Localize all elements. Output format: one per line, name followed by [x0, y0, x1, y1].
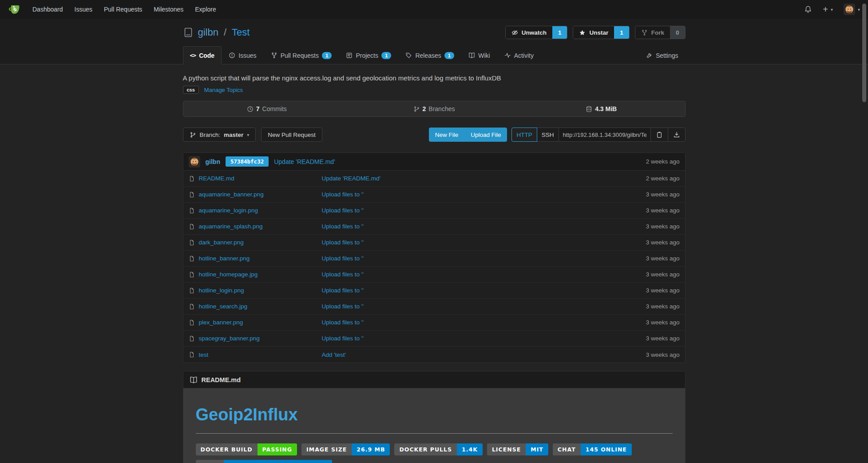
- file-link[interactable]: aquamarine_login.png: [199, 207, 258, 214]
- database-icon: [586, 106, 592, 112]
- file-commit-message-link[interactable]: Upload files to '': [322, 319, 364, 326]
- ssh-protocol-button[interactable]: SSH: [537, 128, 559, 142]
- file-link[interactable]: hotline_search.jpg: [199, 303, 248, 310]
- file-link[interactable]: spacegray_banner.png: [199, 335, 260, 342]
- file-commit-message-link[interactable]: Upload files to '': [322, 191, 364, 198]
- file-icon: [189, 287, 195, 294]
- navbar-link-issues[interactable]: Issues: [75, 6, 92, 13]
- readme-badge[interactable]: DOCKER PULLS 1.4K: [394, 443, 482, 455]
- file-commit-message-link[interactable]: Upload files to '': [322, 271, 364, 278]
- commit-author-avatar[interactable]: [189, 156, 200, 168]
- branch-label: Branch:: [200, 132, 221, 138]
- notifications-button[interactable]: [804, 5, 812, 13]
- file-commit-message-cell: Upload files to '': [322, 191, 613, 198]
- unstar-button[interactable]: Unstar 1: [573, 26, 629, 39]
- tab-settings[interactable]: Settings: [639, 46, 686, 64]
- file-row: aquamarine_splash.png Upload files to ''…: [183, 219, 685, 235]
- readme-badge[interactable]: CHAT 145 ONLINE: [553, 443, 632, 455]
- copy-url-button[interactable]: [650, 128, 668, 142]
- file-age: 3 weeks ago: [613, 287, 680, 294]
- upload-file-button[interactable]: Upload File: [464, 128, 507, 142]
- fork-count[interactable]: 0: [670, 26, 685, 39]
- topic-chip-css[interactable]: css: [183, 86, 199, 94]
- tab-pull-requests[interactable]: Pull Requests 1: [264, 46, 339, 64]
- file-link[interactable]: aquamarine_banner.png: [199, 191, 264, 198]
- manage-topics-link[interactable]: Manage Topics: [204, 87, 243, 93]
- unwatch-button[interactable]: Unwatch 1: [505, 26, 568, 39]
- projects-count-badge: 1: [381, 52, 391, 59]
- vertical-scrollbar-thumb[interactable]: [862, 4, 866, 102]
- file-icon: [189, 319, 195, 326]
- fork-button[interactable]: Fork 0: [635, 26, 686, 39]
- commit-message-link[interactable]: Update 'README.md': [274, 158, 335, 165]
- file-commit-message-link[interactable]: Upload files to '': [322, 223, 364, 230]
- readme-badge[interactable]: IMAGE SIZE 26.9 MB: [301, 443, 390, 455]
- tab-issues[interactable]: Issues: [222, 46, 263, 64]
- file-name-cell: aquamarine_splash.png: [189, 223, 322, 230]
- readme-badge[interactable]: DOCKER BUILD PASSING: [196, 443, 297, 455]
- file-link[interactable]: dark_banner.png: [199, 239, 244, 246]
- file-link[interactable]: hotline_login.png: [199, 287, 244, 294]
- navbar-link-dashboard[interactable]: Dashboard: [32, 6, 63, 13]
- file-name-cell: hotline_banner.png: [189, 255, 322, 262]
- tab-wiki[interactable]: Wiki: [461, 46, 497, 64]
- file-link[interactable]: test: [199, 351, 209, 358]
- file-commit-message-link[interactable]: Upload files to '': [322, 287, 364, 294]
- wrench-icon: [646, 52, 653, 59]
- file-row: spacegray_banner.png Upload files to '' …: [183, 331, 685, 347]
- gitea-logo[interactable]: [8, 3, 21, 16]
- file-link[interactable]: hotline_homepage.jpg: [199, 271, 258, 278]
- file-row: test Add 'test' 3 weeks ago: [183, 347, 685, 363]
- file-commit-message-cell: Upload files to '': [322, 287, 613, 294]
- file-commit-message-link[interactable]: Upload files to '': [322, 335, 364, 342]
- file-link[interactable]: README.md: [199, 175, 234, 182]
- new-file-button[interactable]: New File: [429, 128, 465, 142]
- readme-badge[interactable]: BLOG TECHNICALRAMBLINGS.COM: [196, 460, 332, 463]
- file-commit-message-link[interactable]: Upload files to '': [322, 239, 364, 246]
- file-commit-message-link[interactable]: Add 'test': [322, 351, 346, 358]
- repo-name-link[interactable]: Test: [232, 27, 250, 38]
- download-button[interactable]: [668, 128, 686, 142]
- file-age: 3 weeks ago: [613, 207, 680, 214]
- file-row: dark_banner.png Upload files to '' 3 wee…: [183, 235, 685, 251]
- navbar-link-explore[interactable]: Explore: [195, 6, 216, 13]
- file-link[interactable]: hotline_banner.png: [199, 255, 250, 262]
- commit-author-link[interactable]: gilbn: [206, 158, 220, 165]
- file-commit-message-link[interactable]: Update 'README.md': [322, 175, 381, 182]
- file-link[interactable]: plex_banner.png: [199, 319, 243, 326]
- file-link[interactable]: aquamarine_splash.png: [199, 223, 263, 230]
- repo-size-stat[interactable]: 4.3 MiB: [518, 101, 685, 116]
- file-commit-message-cell: Add 'test': [322, 351, 613, 358]
- tab-activity[interactable]: Activity: [497, 46, 541, 64]
- tab-projects[interactable]: Projects 1: [339, 46, 398, 64]
- http-protocol-button[interactable]: HTTP: [511, 128, 537, 142]
- watch-count[interactable]: 1: [552, 26, 567, 39]
- file-icon: [189, 239, 195, 246]
- chevron-down-icon: ▾: [247, 132, 249, 137]
- branch-name: master: [224, 132, 243, 138]
- navbar-link-pull-requests[interactable]: Pull Requests: [104, 6, 142, 13]
- file-commit-message-link[interactable]: Upload files to '': [322, 255, 364, 262]
- commits-stat[interactable]: 7 Commits: [183, 101, 351, 116]
- commit-sha-badge[interactable]: 57384bfc32: [226, 156, 269, 167]
- tab-releases[interactable]: Releases 1: [398, 46, 461, 64]
- branches-stat[interactable]: 2 Branches: [350, 101, 518, 116]
- file-age: 3 weeks ago: [613, 223, 680, 230]
- repo-title: gilbn / Test: [183, 27, 250, 38]
- branch-selector-dropdown[interactable]: Branch: master ▾: [183, 128, 256, 142]
- readme-badge[interactable]: LICENSE MIT: [487, 443, 548, 455]
- new-pull-request-button[interactable]: New Pull Request: [261, 128, 322, 142]
- repo-owner-link[interactable]: gilbn: [198, 27, 218, 38]
- tab-code[interactable]: <> Code: [183, 46, 222, 64]
- star-icon: [579, 29, 586, 36]
- badge-row: DOCKER BUILD PASSING IMAGE SIZE 26.9 MB …: [196, 443, 673, 455]
- create-new-dropdown[interactable]: + ▾: [823, 5, 833, 14]
- star-count[interactable]: 1: [614, 26, 629, 39]
- navbar-link-milestones[interactable]: Milestones: [154, 6, 183, 13]
- file-icon: [189, 208, 195, 214]
- clone-url-input[interactable]: [559, 128, 651, 142]
- file-commit-message-link[interactable]: Upload files to '': [322, 207, 364, 214]
- file-commit-message-link[interactable]: Upload files to '': [322, 303, 364, 310]
- file-commit-message-cell: Upload files to '': [322, 303, 613, 310]
- user-menu-dropdown[interactable]: ▾: [844, 4, 860, 15]
